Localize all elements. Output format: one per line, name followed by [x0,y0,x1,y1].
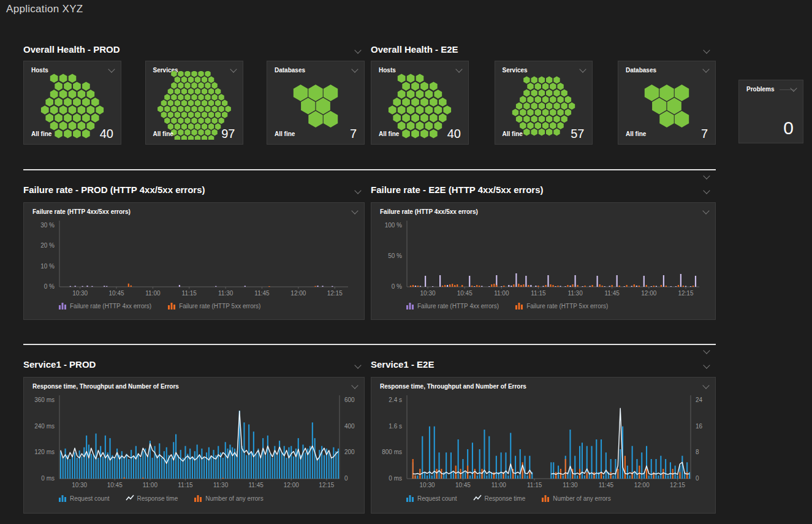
svg-text:10:45: 10:45 [455,482,471,488]
status-text: All fine [503,131,523,137]
entity-count: 57 [571,127,584,141]
legend-item[interactable]: Failure rate (HTTP 4xx errors) [406,302,499,309]
svg-text:11:15: 11:15 [527,482,542,488]
section-title-failure-e2e: Failure rate - E2E (HTTP 4xx/5xx errors) [371,184,544,195]
svg-text:400: 400 [344,423,355,430]
svg-text:10:45: 10:45 [108,290,124,297]
legend-label: Failure rate (HTTP 5xx errors) [179,303,260,309]
line-series-icon [473,495,482,502]
svg-text:240 ms: 240 ms [34,423,55,430]
legend-label: Number of any errors [205,495,263,502]
chevron-down-icon [703,47,710,53]
legend-label: Failure rate (HTTP 4xx errors) [70,303,151,309]
health-tile-services[interactable]: ServicesAll fine97 [145,61,243,145]
chevron-down-icon[interactable] [703,173,710,180]
legend-item[interactable]: Response time [473,495,526,502]
chart-legend: Failure rate (HTTP 4xx errors)Failure ra… [58,302,260,309]
svg-text:12:15: 12:15 [678,290,693,297]
chart-canvas: 2.4 s1.6 s800 ms0 ms24168010:3010:4511:0… [371,378,715,513]
health-tile-services[interactable]: ServicesAll fine57 [495,61,593,145]
svg-text:100 %: 100 % [385,222,402,229]
problems-count: 0 [783,118,794,139]
chevron-down-icon[interactable] [354,362,362,370]
legend-item[interactable]: Number of any errors [194,495,263,502]
chevron-down-icon[interactable] [703,362,710,370]
failure-rate-e2e-chart-tile[interactable]: Failure rate (HTTP 4xx/5xx errors) 100 %… [371,202,716,320]
chevron-down-icon [703,347,710,354]
svg-text:0 ms: 0 ms [389,475,402,482]
health-tile-databases[interactable]: DatabasesAll fine7 [618,61,716,145]
chevron-down-icon [354,187,361,194]
svg-text:120 ms: 120 ms [34,449,55,455]
legend-item[interactable]: Number of any errors [541,495,610,502]
bar-series-icon [541,495,550,502]
svg-text:11:30: 11:30 [218,290,233,297]
svg-text:50 %: 50 % [388,253,402,259]
svg-text:11:45: 11:45 [605,290,620,297]
chevron-down-icon [354,47,361,53]
chart-plot[interactable]: 2.4 s1.6 s800 ms0 ms24168010:3010:4511:0… [371,378,715,513]
chevron-down-icon[interactable] [790,85,797,93]
section-title-health-e2e: Overall Health - E2E [371,44,458,55]
entity-count: 40 [100,127,113,141]
section-title-service-prod: Service1 - PROD [23,359,96,370]
svg-text:11:00: 11:00 [143,482,158,488]
svg-text:11:45: 11:45 [249,482,264,488]
health-tile-databases[interactable]: DatabasesAll fine7 [267,61,365,145]
service1-prod-chart-tile[interactable]: Response time, Throughput and Number of … [23,377,365,514]
failure-rate-prod-chart-tile[interactable]: Failure rate (HTTP 4xx/5xx errors) 30 %2… [23,202,365,320]
svg-text:600: 600 [344,397,355,403]
section-title-health-prod: Overall Health - PROD [23,44,120,55]
chevron-down-icon[interactable] [354,188,362,195]
legend-label: Failure rate (HTTP 5xx errors) [526,303,608,309]
chart-plot[interactable]: 360 ms240 ms120 ms0 ms600400200010:3010:… [24,378,364,513]
legend-item[interactable]: Request count [58,495,110,502]
svg-text:30 %: 30 % [40,222,55,229]
health-tile-hosts[interactable]: HostsAll fine40 [23,61,121,145]
legend-item[interactable]: Failure rate (HTTP 5xx errors) [515,302,608,309]
chevron-down-icon[interactable] [703,188,710,195]
problems-label: Problems [746,86,775,93]
svg-text:10:30: 10:30 [420,290,436,297]
svg-text:11:15: 11:15 [178,482,193,488]
section-title-failure-prod: Failure rate - PROD (HTTP 4xx/5xx errors… [23,184,205,195]
chevron-down-icon[interactable] [703,347,710,355]
status-text: All fine [31,131,51,137]
svg-text:12:00: 12:00 [290,290,306,297]
svg-text:16: 16 [696,423,703,430]
entity-count: 7 [701,127,708,141]
svg-text:10:45: 10:45 [107,482,123,488]
health-tiles-prod: HostsAll fine40ServicesAll fine97Databas… [23,61,365,145]
page-title: Application XYZ [6,3,83,15]
bar-series-icon [194,495,202,502]
chevron-down-icon [703,172,710,179]
bar-series-icon [167,302,176,309]
legend-label: Response time [137,495,178,502]
chevron-down-icon [703,187,710,194]
health-tile-hosts[interactable]: HostsAll fine40 [371,61,469,145]
legend-item[interactable]: Failure rate (HTTP 4xx errors) [58,302,151,309]
legend-item[interactable]: Request count [406,495,457,502]
service1-e2e-chart-tile[interactable]: Response time, Throughput and Number of … [371,377,716,514]
svg-text:11:15: 11:15 [182,290,197,297]
svg-text:0 ms: 0 ms [41,475,55,482]
legend-item[interactable]: Failure rate (HTTP 5xx errors) [167,302,260,309]
svg-text:0: 0 [696,475,699,482]
legend-label: Request count [70,495,110,502]
bar-series-icon [406,302,414,309]
svg-text:12:00: 12:00 [641,290,656,297]
svg-text:0 %: 0 % [44,283,55,290]
svg-text:11:30: 11:30 [567,290,583,297]
problems-tile[interactable]: Problems 0 [738,80,803,143]
legend-label: Number of any errors [553,495,610,502]
svg-text:11:45: 11:45 [599,482,614,488]
entity-count: 97 [221,127,235,141]
svg-text:12:15: 12:15 [327,290,343,297]
section-divider [23,344,716,345]
chevron-down-icon[interactable] [354,47,362,55]
chevron-down-icon [790,85,797,91]
line-series-icon [126,495,134,502]
svg-text:10:30: 10:30 [420,482,435,488]
legend-item[interactable]: Response time [126,495,178,502]
chevron-down-icon[interactable] [703,47,710,55]
